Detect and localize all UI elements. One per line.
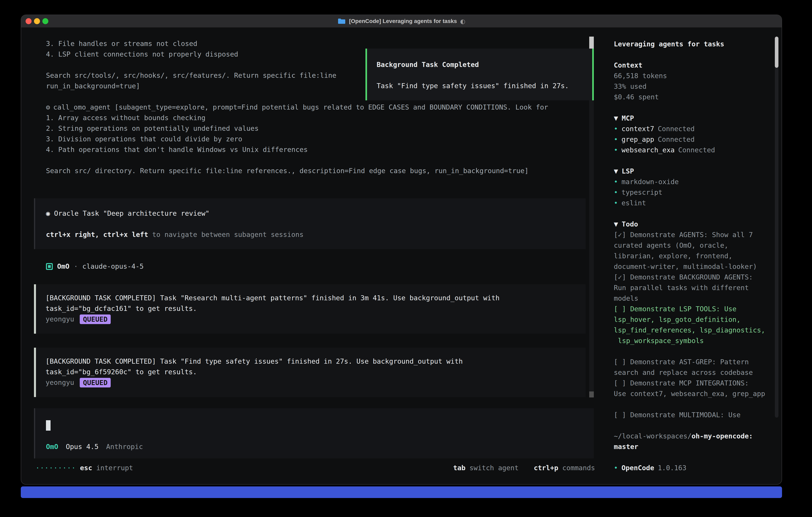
bullet-icon: •: [614, 198, 618, 208]
workspace-path-prefix: ~/local-workspaces/: [614, 432, 692, 440]
zoom-window-button[interactable]: [42, 18, 48, 24]
agent-name: OmO: [57, 261, 69, 272]
mcp-section-header[interactable]: ▼ MCP: [614, 113, 773, 124]
queued-badge: QUEUED: [80, 315, 111, 324]
close-window-button[interactable]: [26, 18, 32, 24]
collapse-triangle-icon: ▼: [614, 166, 618, 176]
tab-key-label: switch agent: [469, 463, 519, 473]
folder-icon: [338, 18, 346, 25]
message-line: [BACKGROUND TASK COMPLETED] Task "Resear…: [46, 293, 578, 303]
queued-badge: QUEUED: [80, 378, 111, 387]
window-titlebar[interactable]: [OpenCode] Leveraging agents for tasks ◐: [21, 15, 782, 28]
bullet-icon: •: [614, 124, 618, 134]
minimize-window-button[interactable]: [34, 18, 40, 24]
message-author: yeongyu: [46, 314, 74, 324]
commands-key-label: commands: [562, 463, 595, 473]
lsp-name: typescript: [621, 187, 662, 198]
window-title: [OpenCode] Leveraging agents for tasks: [349, 18, 457, 24]
context-tokens: 66,518 tokens: [614, 71, 773, 81]
terminal-output-block: 3. File handles or streams not closed 4.…: [46, 38, 336, 91]
oracle-task-panel: ◉ Oracle Task "Deep architecture review"…: [34, 198, 586, 249]
commands-key-hint: ctrl+p: [534, 463, 558, 473]
status-bar: ········· esc interrupt tab switch agent…: [35, 463, 595, 473]
oracle-task-icon: ◉: [46, 208, 50, 219]
todo-item-done: [✓] Demonstrate BACKGROUND AGENTS: Run p…: [614, 272, 773, 304]
context-spent: $0.46 spent: [614, 92, 773, 102]
app-name: OpenCode: [621, 463, 654, 473]
mcp-item: • websearch_exa Connected: [614, 145, 773, 155]
mcp-status: Connected: [678, 145, 715, 155]
toast-body: Task "Find type safety issues" finished …: [377, 81, 583, 91]
lsp-item: • markdown-oxide: [614, 176, 773, 187]
mcp-name: websearch_exa: [621, 145, 674, 155]
mcp-name: grep_app: [621, 134, 654, 145]
lsp-item: • typescript: [614, 187, 773, 198]
app-version: 1.0.163: [658, 463, 686, 473]
oracle-task-title: Oracle Task "Deep architecture review": [54, 208, 209, 219]
subagent-shortcut-keys: ctrl+x right, ctrl+x left: [46, 229, 148, 240]
bullet-icon: •: [614, 145, 618, 155]
collapse-triangle-icon: ▼: [614, 113, 618, 124]
background-task-toast: Background Task Completed Task "Find typ…: [366, 49, 594, 100]
queued-message: [BACKGROUND TASK COMPLETED] Task "Resear…: [34, 284, 586, 334]
todo-item-active: [ ] Demonstrate LSP TOOLS: Use lsp_hover…: [614, 304, 773, 346]
prompt-input[interactable]: OmO Opus 4.5 Anthropic: [34, 408, 594, 458]
workspace-path: ~/local-workspaces/oh-my-opencode:: [614, 431, 773, 441]
message-line: [BACKGROUND TASK COMPLETED] Task "Find t…: [46, 356, 578, 366]
sidebar: Leveraging agents for tasks Context 66,5…: [605, 27, 782, 485]
spinner-dots: ·········: [35, 463, 76, 473]
mcp-name: context7: [621, 124, 654, 134]
traffic-lights: [26, 15, 48, 27]
message-line: task_id="bg_6f59260c" to get results.: [46, 366, 578, 377]
lsp-name: markdown-oxide: [621, 176, 679, 187]
esc-key-hint: esc: [80, 463, 92, 473]
main-scrollbar-end: [589, 391, 594, 398]
context-heading: Context: [614, 60, 773, 71]
bullet-icon: •: [614, 187, 618, 198]
tool-call-text: call_omo_agent [subagent_type=explore, p…: [53, 102, 548, 113]
mcp-status: Connected: [658, 124, 695, 134]
terminal-window: [OpenCode] Leveraging agents for tasks ◐…: [21, 15, 782, 485]
bullet-icon: •: [614, 176, 618, 187]
workspace-repo: oh-my-opencode:: [692, 432, 753, 440]
queued-message: [BACKGROUND TASK COMPLETED] Task "Find t…: [34, 348, 586, 397]
app-version-row: • OpenCode 1.0.163: [614, 463, 773, 473]
sidebar-scrollbar[interactable]: [775, 36, 778, 418]
subagent-shortcut-hint: to navigate between subagent sessions: [152, 229, 303, 240]
session-status-icon: ◐: [460, 18, 465, 25]
message-author: yeongyu: [46, 377, 74, 388]
tab-key-hint: tab: [453, 463, 465, 473]
agent-separator: ·: [74, 261, 78, 272]
todo-item-pending: [ ] Demonstrate AST-GREP: Pattern search…: [614, 357, 773, 378]
lsp-section-header[interactable]: ▼ LSP: [614, 166, 773, 176]
window-title-group: [OpenCode] Leveraging agents for tasks ◐: [338, 18, 465, 25]
todo-item-pending: [ ] Demonstrate MULTIMODAL: Use: [614, 410, 773, 420]
mcp-heading: MCP: [622, 113, 634, 124]
omo-agent-icon: [46, 263, 53, 270]
input-model: Opus 4.5: [66, 441, 98, 452]
todo-heading: Todo: [622, 219, 638, 229]
agent-model: claude-opus-4-5: [82, 261, 144, 272]
mcp-item: • grep_app Connected: [614, 134, 773, 145]
input-agent-name: OmO: [46, 441, 58, 452]
text-cursor: [46, 420, 51, 431]
session-title: Leveraging agents for tasks: [614, 39, 773, 49]
agent-header: OmO · claude-opus-4-5: [46, 261, 144, 272]
chat-area: 3. File handles or streams not closed 4.…: [21, 27, 605, 485]
sidebar-scrollbar-thumb[interactable]: [775, 36, 778, 68]
collapse-triangle-icon: ▼: [614, 219, 618, 229]
terminal-output-block-2: 1. Array access without bounds checking …: [46, 113, 528, 176]
bottom-accent-bar: [21, 486, 782, 498]
todo-section-header[interactable]: ▼ Todo: [614, 219, 773, 229]
todo-item-pending: [ ] Demonstrate MCP INTEGRATIONS: Use co…: [614, 378, 773, 399]
message-line: task_id="bg_dcfac161" to get results.: [46, 303, 578, 314]
gear-icon: ⚙: [46, 102, 50, 113]
input-provider: Anthropic: [106, 441, 143, 452]
bullet-icon: •: [614, 134, 618, 145]
toast-title: Background Task Completed: [377, 59, 583, 70]
lsp-item: • eslint: [614, 198, 773, 208]
workspace-branch: master: [614, 441, 773, 452]
context-used: 33% used: [614, 81, 773, 92]
lsp-name: eslint: [621, 198, 646, 208]
mcp-status: Connected: [658, 134, 695, 145]
